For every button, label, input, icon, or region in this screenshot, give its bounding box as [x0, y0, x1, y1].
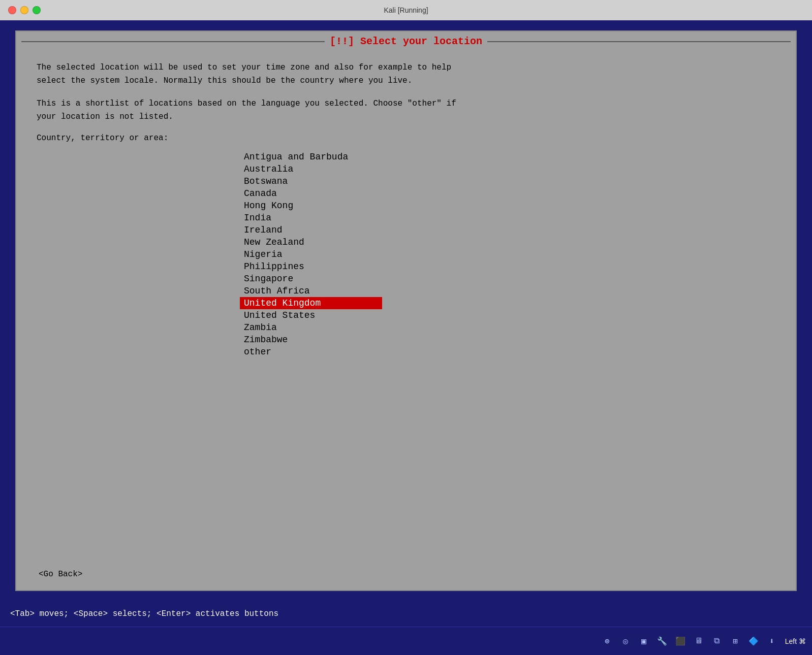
country-item[interactable]: other — [240, 346, 382, 358]
close-button[interactable] — [8, 6, 16, 14]
country-label: Country, territory or area: — [37, 134, 775, 143]
taskbar-icon-4[interactable]: 🔧 — [655, 634, 669, 648]
titlebar: Kali [Running] — [0, 0, 812, 20]
country-item[interactable]: Zambia — [240, 321, 382, 334]
taskbar: ⊕ ◎ ▣ 🔧 ⬛ 🖥 ⧉ ⊞ 🔷 ⬇ Left ⌘ — [0, 627, 812, 655]
country-item[interactable]: India — [240, 212, 382, 224]
taskbar-icon-3[interactable]: ▣ — [637, 634, 651, 648]
description-text-1: The selected location will be used to se… — [37, 61, 775, 87]
taskbar-icon-2[interactable]: ◎ — [618, 634, 633, 648]
country-item[interactable]: Canada — [240, 187, 382, 200]
taskbar-icon-10[interactable]: ⬇ — [765, 634, 779, 648]
window-title: Kali [Running] — [384, 6, 428, 14]
taskbar-icon-7[interactable]: ⧉ — [710, 634, 724, 648]
dialog-footer: <Go Back> — [16, 561, 796, 590]
country-list: Antigua and BarbudaAustraliaBotswanaCana… — [37, 151, 775, 358]
description-text-2: This is a shortlist of locations based o… — [37, 97, 775, 123]
country-item[interactable]: Australia — [240, 163, 382, 175]
country-item[interactable]: New Zealand — [240, 236, 382, 248]
status-text: <Tab> moves; <Space> selects; <Enter> ac… — [10, 609, 278, 618]
main-area: [!!] Select your location The selected l… — [0, 20, 812, 601]
dialog-box: [!!] Select your location The selected l… — [15, 30, 797, 591]
status-bar: <Tab> moves; <Space> selects; <Enter> ac… — [0, 601, 812, 627]
country-item[interactable]: Zimbabwe — [240, 334, 382, 346]
country-item[interactable]: United States — [240, 309, 382, 321]
taskbar-text: Left ⌘ — [785, 637, 806, 645]
go-back-button[interactable]: <Go Back> — [37, 569, 84, 580]
country-item[interactable]: United Kingdom — [240, 297, 382, 309]
taskbar-icon-8[interactable]: ⊞ — [728, 634, 742, 648]
country-item[interactable]: South Africa — [240, 285, 382, 297]
country-item[interactable]: Hong Kong — [240, 200, 382, 212]
minimize-button[interactable] — [20, 6, 28, 14]
country-item[interactable]: Singapore — [240, 273, 382, 285]
taskbar-icon-1[interactable]: ⊕ — [600, 634, 614, 648]
country-item[interactable]: Nigeria — [240, 248, 382, 260]
taskbar-icon-9[interactable]: 🔷 — [746, 634, 761, 648]
taskbar-icon-5[interactable]: ⬛ — [673, 634, 688, 648]
dialog-body: The selected location will be used to se… — [16, 51, 796, 561]
dialog-title-bar: [!!] Select your location — [16, 31, 796, 51]
taskbar-icon-6[interactable]: 🖥 — [692, 634, 706, 648]
country-item[interactable]: Antigua and Barbuda — [240, 151, 382, 163]
country-item[interactable]: Philippines — [240, 260, 382, 273]
country-item[interactable]: Botswana — [240, 175, 382, 187]
dialog-title: [!!] Select your location — [330, 36, 482, 47]
maximize-button[interactable] — [33, 6, 41, 14]
country-item[interactable]: Ireland — [240, 224, 382, 236]
window-controls[interactable] — [8, 6, 41, 14]
